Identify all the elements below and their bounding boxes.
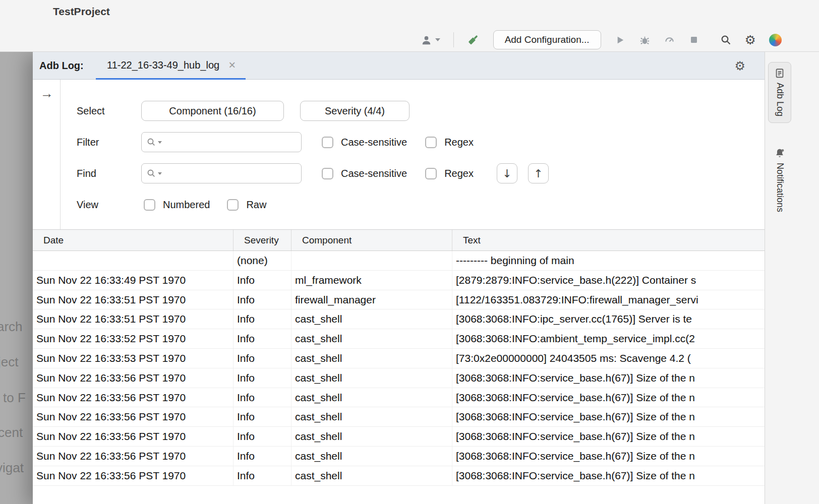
log-table: Date Severity Component Text (none) ----… <box>33 229 765 504</box>
search-icon <box>146 137 156 147</box>
filter-form: Select Component (16/16) Severity (4/4) … <box>61 80 765 229</box>
checkbox[interactable] <box>425 137 437 148</box>
log-cell-date: Sun Nov 22 16:33:52 PST 1970 <box>33 329 233 348</box>
toolwindow-header-actions: ⚙ <box>734 52 759 80</box>
hammer-icon <box>467 33 480 46</box>
window-title: TestProject <box>53 6 110 18</box>
table-row[interactable]: Sun Nov 22 16:33:56 PST 1970 Info cast_s… <box>33 466 765 486</box>
raw-label: Raw <box>246 199 266 211</box>
log-cell-component: firewall_manager <box>291 290 452 309</box>
log-cell-severity: Info <box>233 388 291 407</box>
log-cell-date: Sun Nov 22 16:33:56 PST 1970 <box>33 388 233 407</box>
log-cell-severity: Info <box>233 349 291 368</box>
search-icon <box>720 34 732 46</box>
chevron-down-icon <box>435 38 440 41</box>
log-file-tab-label: 11-22_16-33-49_hub_log <box>107 59 219 71</box>
table-row[interactable]: (none) --------- beginning of main <box>33 251 765 271</box>
column-header-component[interactable]: Component <box>291 230 452 250</box>
table-row[interactable]: Sun Nov 22 16:33:56 PST 1970 Info cast_s… <box>33 388 765 408</box>
arrow-down-icon: ↓ <box>502 167 511 180</box>
log-cell-severity: Info <box>233 368 291 388</box>
raw-checkbox[interactable]: Raw <box>227 199 266 211</box>
background-window: archjectto Fcentvigat <box>0 52 33 504</box>
log-cell-component: cast_shell <box>291 447 452 466</box>
strip-tab-label: Notifications <box>775 163 785 212</box>
log-cell-date: Sun Nov 22 16:33:56 PST 1970 <box>33 427 233 446</box>
log-cell-text: [3068:3068:INFO:service_base.h(67)] Size… <box>452 466 765 485</box>
log-table-header: Date Severity Component Text <box>33 229 765 251</box>
log-cell-text: [3068:3068:INFO:ipc_server.cc(1765)] Ser… <box>452 309 765 329</box>
table-row[interactable]: Sun Nov 22 16:33:56 PST 1970 Info cast_s… <box>33 368 765 388</box>
checkbox[interactable] <box>425 168 437 179</box>
log-cell-date: Sun Nov 22 16:33:56 PST 1970 <box>33 407 233 426</box>
log-cell-text: [2879:2879:INFO:service_base.h(222)] Con… <box>452 271 765 290</box>
strip-tab-adb-log[interactable]: Adb Log <box>768 62 791 123</box>
collapse-arrow-icon[interactable]: → <box>40 86 53 101</box>
log-cell-text: --------- beginning of main <box>452 251 765 270</box>
find-next-button[interactable]: ↓ <box>497 163 517 183</box>
checkbox[interactable] <box>144 199 155 211</box>
column-header-text[interactable]: Text <box>452 230 765 250</box>
debug-button[interactable] <box>639 34 651 46</box>
severity-filter-button[interactable]: Severity (4/4) <box>300 101 410 121</box>
filter-input[interactable] <box>141 132 302 152</box>
run-button[interactable] <box>614 34 626 46</box>
find-previous-button[interactable]: ↑ <box>528 163 549 183</box>
stop-button[interactable] <box>688 34 699 45</box>
log-cell-severity: Info <box>233 447 291 466</box>
log-cell-text: [3068:3068:INFO:service_base.h(67)] Size… <box>452 447 765 466</box>
bell-icon <box>774 148 785 159</box>
log-cell-component: cast_shell <box>291 329 452 348</box>
assistant-sphere-icon[interactable] <box>769 34 782 46</box>
table-row[interactable]: Sun Nov 22 16:33:56 PST 1970 Info cast_s… <box>33 407 765 427</box>
adb-log-toolwindow: Adb Log: 11-22_16-33-49_hub_log × ⚙ → Se… <box>33 52 819 504</box>
build-button[interactable] <box>467 33 480 46</box>
log-cell-component <box>291 251 452 270</box>
find-input[interactable] <box>141 163 302 183</box>
right-tool-strip: Adb Log Notifications <box>765 52 819 504</box>
log-cell-component: cast_shell <box>291 427 452 446</box>
checkbox[interactable] <box>227 199 239 211</box>
close-icon[interactable]: × <box>228 59 236 71</box>
column-header-severity[interactable]: Severity <box>233 230 291 250</box>
table-row[interactable]: Sun Nov 22 16:33:52 PST 1970 Info cast_s… <box>33 329 765 349</box>
find-row: Find Case-sensitive Regex ↓ ↑ <box>61 163 765 183</box>
strip-tab-notifications[interactable]: Notifications <box>768 143 791 218</box>
find-label: Find <box>77 168 141 179</box>
find-case-sensitive-checkbox[interactable]: Case-sensitive <box>322 168 407 179</box>
table-row[interactable]: Sun Nov 22 16:33:51 PST 1970 Info firewa… <box>33 290 765 310</box>
table-row[interactable]: Sun Nov 22 16:33:56 PST 1970 Info cast_s… <box>33 427 765 447</box>
profiler-button[interactable] <box>664 34 675 46</box>
column-header-date[interactable]: Date <box>33 230 233 250</box>
log-cell-component: cast_shell <box>291 388 452 407</box>
filter-case-sensitive-checkbox[interactable]: Case-sensitive <box>322 137 407 148</box>
user-profile-button[interactable] <box>421 34 440 46</box>
view-label: View <box>77 199 141 211</box>
find-regex-checkbox[interactable]: Regex <box>425 168 474 179</box>
log-cell-severity: Info <box>233 407 291 426</box>
log-cell-text: [3068:3068:INFO:service_base.h(67)] Size… <box>452 407 765 426</box>
log-cell-component: cast_shell <box>291 466 452 485</box>
log-cell-date: Sun Nov 22 16:33:56 PST 1970 <box>33 368 233 388</box>
settings-button[interactable]: ⚙ <box>745 34 756 46</box>
numbered-checkbox[interactable]: Numbered <box>144 199 210 211</box>
log-cell-text: [3068:3068:INFO:ambient_temp_service_imp… <box>452 329 765 348</box>
checkbox[interactable] <box>322 137 333 148</box>
log-cell-component: cast_shell <box>291 368 452 388</box>
log-file-tab[interactable]: 11-22_16-33-49_hub_log × <box>96 52 246 80</box>
background-text-fragment: to F <box>3 390 26 406</box>
add-configuration-button[interactable]: Add Configuration... <box>493 30 601 49</box>
toolwindow-settings-button[interactable]: ⚙ <box>734 60 745 72</box>
log-cell-text: [73:0x2e00000000] 24043505 ms: Scavenge … <box>452 349 765 368</box>
log-cell-severity: Info <box>233 466 291 485</box>
filter-regex-checkbox[interactable]: Regex <box>425 137 474 148</box>
search-everywhere-button[interactable] <box>720 34 732 46</box>
filter-gutter: → <box>33 80 61 229</box>
table-row[interactable]: Sun Nov 22 16:33:49 PST 1970 Info ml_fra… <box>33 271 765 290</box>
table-row[interactable]: Sun Nov 22 16:33:56 PST 1970 Info cast_s… <box>33 447 765 466</box>
table-row[interactable]: Sun Nov 22 16:33:51 PST 1970 Info cast_s… <box>33 309 765 329</box>
case-sensitive-label: Case-sensitive <box>341 168 407 179</box>
checkbox[interactable] <box>322 168 333 179</box>
component-filter-button[interactable]: Component (16/16) <box>141 101 284 121</box>
table-row[interactable]: Sun Nov 22 16:33:53 PST 1970 Info cast_s… <box>33 349 765 368</box>
